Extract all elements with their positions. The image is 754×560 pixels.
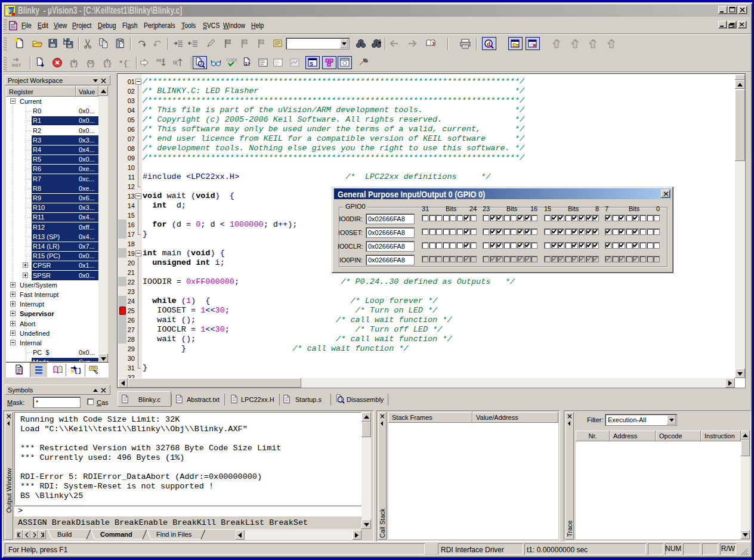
svg-text:1>: 1> xyxy=(245,61,251,66)
svg-text:d: d xyxy=(487,40,490,47)
svg-text:{}: {} xyxy=(74,367,81,375)
svg-text:µ: µ xyxy=(8,7,11,13)
svg-text:*{}: *{} xyxy=(119,59,129,68)
svg-text:0(: 0( xyxy=(173,60,178,66)
svg-text:CODE: CODE xyxy=(226,58,237,62)
svg-text:S: S xyxy=(310,61,313,67)
svg-text:RST: RST xyxy=(12,63,21,68)
